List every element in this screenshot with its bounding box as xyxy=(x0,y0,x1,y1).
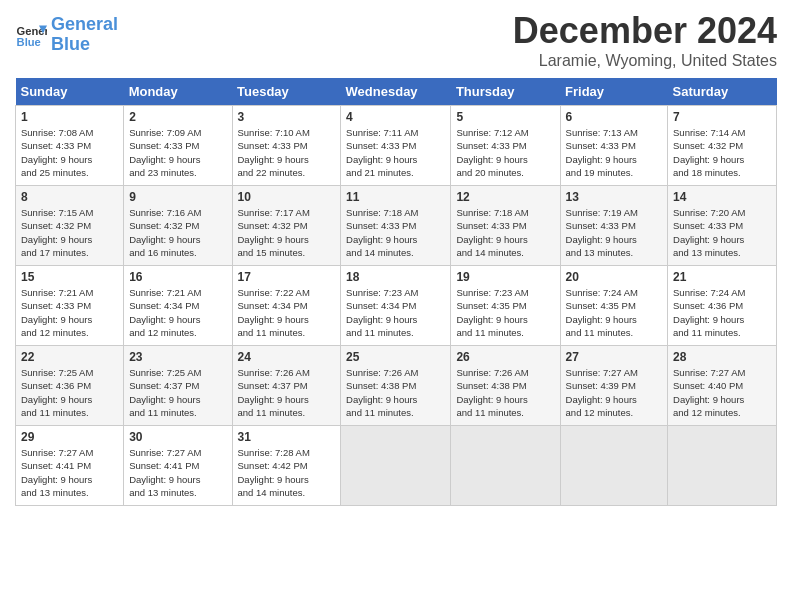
week-row-4: 22Sunrise: 7:25 AM Sunset: 4:36 PM Dayli… xyxy=(16,346,777,426)
day-number: 31 xyxy=(238,430,336,444)
day-number: 19 xyxy=(456,270,554,284)
calendar-cell: 26Sunrise: 7:26 AM Sunset: 4:38 PM Dayli… xyxy=(451,346,560,426)
day-info: Sunrise: 7:18 AM Sunset: 4:33 PM Dayligh… xyxy=(456,206,554,259)
day-number: 15 xyxy=(21,270,118,284)
weekday-header-friday: Friday xyxy=(560,78,667,106)
calendar-cell: 16Sunrise: 7:21 AM Sunset: 4:34 PM Dayli… xyxy=(124,266,232,346)
calendar-cell: 20Sunrise: 7:24 AM Sunset: 4:35 PM Dayli… xyxy=(560,266,667,346)
day-number: 6 xyxy=(566,110,662,124)
calendar-cell: 28Sunrise: 7:27 AM Sunset: 4:40 PM Dayli… xyxy=(668,346,777,426)
day-number: 17 xyxy=(238,270,336,284)
day-info: Sunrise: 7:17 AM Sunset: 4:32 PM Dayligh… xyxy=(238,206,336,259)
day-info: Sunrise: 7:25 AM Sunset: 4:36 PM Dayligh… xyxy=(21,366,118,419)
day-number: 20 xyxy=(566,270,662,284)
calendar-cell: 30Sunrise: 7:27 AM Sunset: 4:41 PM Dayli… xyxy=(124,426,232,506)
weekday-header-row: SundayMondayTuesdayWednesdayThursdayFrid… xyxy=(16,78,777,106)
calendar-cell: 13Sunrise: 7:19 AM Sunset: 4:33 PM Dayli… xyxy=(560,186,667,266)
day-info: Sunrise: 7:15 AM Sunset: 4:32 PM Dayligh… xyxy=(21,206,118,259)
weekday-header-thursday: Thursday xyxy=(451,78,560,106)
week-row-3: 15Sunrise: 7:21 AM Sunset: 4:33 PM Dayli… xyxy=(16,266,777,346)
week-row-1: 1Sunrise: 7:08 AM Sunset: 4:33 PM Daylig… xyxy=(16,106,777,186)
day-info: Sunrise: 7:13 AM Sunset: 4:33 PM Dayligh… xyxy=(566,126,662,179)
day-info: Sunrise: 7:22 AM Sunset: 4:34 PM Dayligh… xyxy=(238,286,336,339)
day-number: 22 xyxy=(21,350,118,364)
logo: General Blue GeneralBlue xyxy=(15,15,118,55)
day-info: Sunrise: 7:21 AM Sunset: 4:34 PM Dayligh… xyxy=(129,286,226,339)
day-number: 1 xyxy=(21,110,118,124)
main-title: December 2024 xyxy=(513,10,777,52)
day-number: 27 xyxy=(566,350,662,364)
day-number: 28 xyxy=(673,350,771,364)
calendar-cell: 9Sunrise: 7:16 AM Sunset: 4:32 PM Daylig… xyxy=(124,186,232,266)
day-info: Sunrise: 7:14 AM Sunset: 4:32 PM Dayligh… xyxy=(673,126,771,179)
calendar-cell: 25Sunrise: 7:26 AM Sunset: 4:38 PM Dayli… xyxy=(341,346,451,426)
title-area: December 2024 Laramie, Wyoming, United S… xyxy=(513,10,777,70)
calendar-cell: 27Sunrise: 7:27 AM Sunset: 4:39 PM Dayli… xyxy=(560,346,667,426)
calendar-cell: 22Sunrise: 7:25 AM Sunset: 4:36 PM Dayli… xyxy=(16,346,124,426)
day-number: 7 xyxy=(673,110,771,124)
day-info: Sunrise: 7:28 AM Sunset: 4:42 PM Dayligh… xyxy=(238,446,336,499)
day-info: Sunrise: 7:24 AM Sunset: 4:35 PM Dayligh… xyxy=(566,286,662,339)
calendar-cell: 21Sunrise: 7:24 AM Sunset: 4:36 PM Dayli… xyxy=(668,266,777,346)
day-number: 30 xyxy=(129,430,226,444)
calendar-cell xyxy=(560,426,667,506)
weekday-header-monday: Monday xyxy=(124,78,232,106)
day-info: Sunrise: 7:26 AM Sunset: 4:38 PM Dayligh… xyxy=(346,366,445,419)
day-info: Sunrise: 7:26 AM Sunset: 4:38 PM Dayligh… xyxy=(456,366,554,419)
calendar-cell: 19Sunrise: 7:23 AM Sunset: 4:35 PM Dayli… xyxy=(451,266,560,346)
day-info: Sunrise: 7:16 AM Sunset: 4:32 PM Dayligh… xyxy=(129,206,226,259)
day-info: Sunrise: 7:25 AM Sunset: 4:37 PM Dayligh… xyxy=(129,366,226,419)
day-info: Sunrise: 7:10 AM Sunset: 4:33 PM Dayligh… xyxy=(238,126,336,179)
calendar-cell xyxy=(668,426,777,506)
calendar-cell: 2Sunrise: 7:09 AM Sunset: 4:33 PM Daylig… xyxy=(124,106,232,186)
day-number: 8 xyxy=(21,190,118,204)
calendar-cell: 29Sunrise: 7:27 AM Sunset: 4:41 PM Dayli… xyxy=(16,426,124,506)
day-info: Sunrise: 7:27 AM Sunset: 4:41 PM Dayligh… xyxy=(21,446,118,499)
day-number: 18 xyxy=(346,270,445,284)
day-info: Sunrise: 7:23 AM Sunset: 4:35 PM Dayligh… xyxy=(456,286,554,339)
day-number: 3 xyxy=(238,110,336,124)
day-info: Sunrise: 7:27 AM Sunset: 4:41 PM Dayligh… xyxy=(129,446,226,499)
day-info: Sunrise: 7:11 AM Sunset: 4:33 PM Dayligh… xyxy=(346,126,445,179)
weekday-header-sunday: Sunday xyxy=(16,78,124,106)
day-number: 10 xyxy=(238,190,336,204)
svg-text:Blue: Blue xyxy=(17,36,41,48)
calendar-cell: 5Sunrise: 7:12 AM Sunset: 4:33 PM Daylig… xyxy=(451,106,560,186)
calendar-cell: 6Sunrise: 7:13 AM Sunset: 4:33 PM Daylig… xyxy=(560,106,667,186)
calendar-cell: 18Sunrise: 7:23 AM Sunset: 4:34 PM Dayli… xyxy=(341,266,451,346)
calendar-cell: 14Sunrise: 7:20 AM Sunset: 4:33 PM Dayli… xyxy=(668,186,777,266)
calendar-cell: 15Sunrise: 7:21 AM Sunset: 4:33 PM Dayli… xyxy=(16,266,124,346)
header: General Blue GeneralBlue December 2024 L… xyxy=(15,10,777,70)
calendar-cell: 4Sunrise: 7:11 AM Sunset: 4:33 PM Daylig… xyxy=(341,106,451,186)
day-info: Sunrise: 7:09 AM Sunset: 4:33 PM Dayligh… xyxy=(129,126,226,179)
calendar-cell: 10Sunrise: 7:17 AM Sunset: 4:32 PM Dayli… xyxy=(232,186,341,266)
subtitle: Laramie, Wyoming, United States xyxy=(513,52,777,70)
week-row-2: 8Sunrise: 7:15 AM Sunset: 4:32 PM Daylig… xyxy=(16,186,777,266)
weekday-header-tuesday: Tuesday xyxy=(232,78,341,106)
day-number: 21 xyxy=(673,270,771,284)
day-number: 11 xyxy=(346,190,445,204)
day-number: 14 xyxy=(673,190,771,204)
day-info: Sunrise: 7:18 AM Sunset: 4:33 PM Dayligh… xyxy=(346,206,445,259)
day-number: 13 xyxy=(566,190,662,204)
day-number: 29 xyxy=(21,430,118,444)
day-number: 23 xyxy=(129,350,226,364)
calendar-cell: 1Sunrise: 7:08 AM Sunset: 4:33 PM Daylig… xyxy=(16,106,124,186)
day-info: Sunrise: 7:21 AM Sunset: 4:33 PM Dayligh… xyxy=(21,286,118,339)
day-number: 2 xyxy=(129,110,226,124)
calendar-cell xyxy=(451,426,560,506)
day-info: Sunrise: 7:20 AM Sunset: 4:33 PM Dayligh… xyxy=(673,206,771,259)
calendar-cell: 7Sunrise: 7:14 AM Sunset: 4:32 PM Daylig… xyxy=(668,106,777,186)
calendar-cell: 11Sunrise: 7:18 AM Sunset: 4:33 PM Dayli… xyxy=(341,186,451,266)
day-info: Sunrise: 7:27 AM Sunset: 4:40 PM Dayligh… xyxy=(673,366,771,419)
day-info: Sunrise: 7:27 AM Sunset: 4:39 PM Dayligh… xyxy=(566,366,662,419)
day-number: 9 xyxy=(129,190,226,204)
calendar-cell: 23Sunrise: 7:25 AM Sunset: 4:37 PM Dayli… xyxy=(124,346,232,426)
week-row-5: 29Sunrise: 7:27 AM Sunset: 4:41 PM Dayli… xyxy=(16,426,777,506)
day-info: Sunrise: 7:12 AM Sunset: 4:33 PM Dayligh… xyxy=(456,126,554,179)
calendar-cell: 8Sunrise: 7:15 AM Sunset: 4:32 PM Daylig… xyxy=(16,186,124,266)
day-number: 12 xyxy=(456,190,554,204)
day-info: Sunrise: 7:08 AM Sunset: 4:33 PM Dayligh… xyxy=(21,126,118,179)
calendar-cell: 24Sunrise: 7:26 AM Sunset: 4:37 PM Dayli… xyxy=(232,346,341,426)
calendar-cell: 3Sunrise: 7:10 AM Sunset: 4:33 PM Daylig… xyxy=(232,106,341,186)
